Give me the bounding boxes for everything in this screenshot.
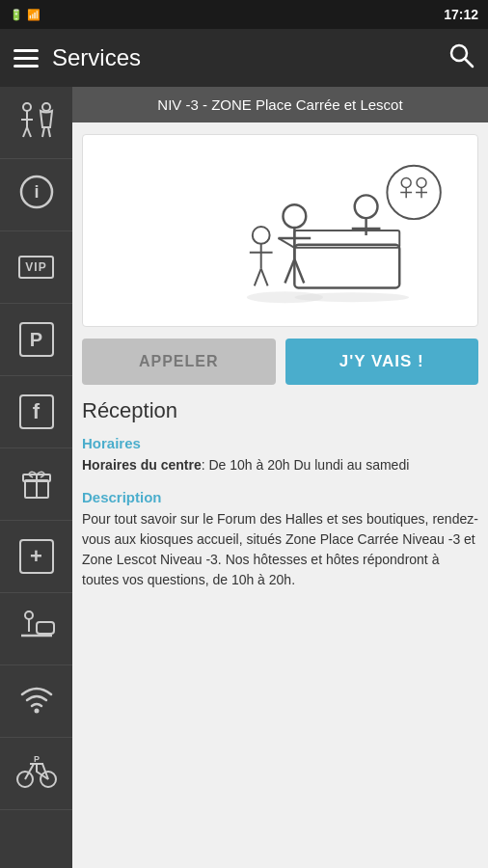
sidebar-item-facebook[interactable]: f	[0, 376, 72, 448]
sidebar-item-info[interactable]: i	[0, 159, 72, 231]
svg-line-5	[23, 127, 27, 137]
sidebar-item-wifi[interactable]	[0, 665, 72, 738]
horaires-label: Horaires	[82, 435, 478, 451]
svg-point-49	[294, 292, 409, 302]
sidebar-item-medical[interactable]: +	[0, 521, 72, 593]
svg-rect-17	[37, 622, 54, 634]
gift-icon	[19, 465, 54, 504]
content-area: NIV -3 - ZONE Place Carrée et Lescot	[72, 87, 488, 868]
svg-text:i: i	[34, 182, 39, 202]
horaires-hours: : De 10h à 20h Du lundi au samedi	[202, 457, 410, 473]
go-button[interactable]: J'Y VAIS !	[285, 339, 479, 385]
wifi-icon	[19, 683, 54, 719]
call-button[interactable]: APPELER	[82, 339, 276, 385]
facebook-icon: f	[19, 394, 54, 429]
vip-icon: VIP	[18, 256, 53, 279]
sidebar-item-bike[interactable]: P	[0, 738, 72, 810]
sidebar-item-gift[interactable]	[0, 448, 72, 521]
medical-icon: +	[19, 539, 54, 574]
top-bar: Services	[0, 29, 488, 87]
sidebar-item-parking[interactable]: P	[0, 304, 72, 376]
sidebar-item-restrooms[interactable]	[0, 87, 72, 159]
svg-line-9	[48, 127, 50, 137]
zone-bar: NIV -3 - ZONE Place Carrée et Lescot	[72, 87, 488, 122]
signal-icon: 📶	[27, 9, 41, 21]
svg-point-2	[23, 103, 31, 111]
svg-line-6	[27, 127, 31, 137]
svg-text:P: P	[33, 754, 39, 764]
description-text: Pour tout savoir sur le Forum des Halles…	[82, 509, 478, 590]
search-button[interactable]	[447, 41, 474, 75]
status-bar: 🔋 📶 17:12	[0, 0, 488, 29]
info-section: Réception Horaires Horaires du centre: D…	[72, 398, 488, 613]
description-label: Description	[82, 489, 478, 505]
page-title: Services	[52, 44, 447, 71]
button-row: APPELER J'Y VAIS !	[82, 339, 478, 385]
service-image	[82, 134, 478, 327]
hotel-icon	[17, 609, 56, 649]
status-time: 17:12	[444, 7, 478, 22]
menu-button[interactable]	[14, 49, 39, 68]
horaires-title: Horaires du centre	[82, 457, 202, 473]
svg-line-8	[42, 127, 44, 137]
status-left-icons: 🔋 📶	[10, 9, 41, 21]
svg-point-7	[42, 103, 50, 111]
sidebar: i VIP P f	[0, 87, 72, 868]
parking-icon: P	[19, 322, 54, 357]
sidebar-item-hotel[interactable]	[0, 593, 72, 665]
sidebar-item-vip[interactable]: VIP	[0, 231, 72, 304]
bike-parking-icon: P	[16, 752, 57, 795]
info-icon: i	[19, 175, 54, 215]
restrooms-icon	[16, 100, 57, 145]
service-title: Réception	[82, 398, 478, 423]
main-layout: i VIP P f	[0, 87, 488, 868]
svg-line-1	[465, 59, 473, 67]
svg-point-15	[25, 611, 33, 619]
battery-icon: 🔋	[10, 9, 23, 21]
horaires-content: Horaires du centre: De 10h à 20h Du lund…	[82, 455, 478, 475]
svg-point-19	[34, 709, 39, 714]
